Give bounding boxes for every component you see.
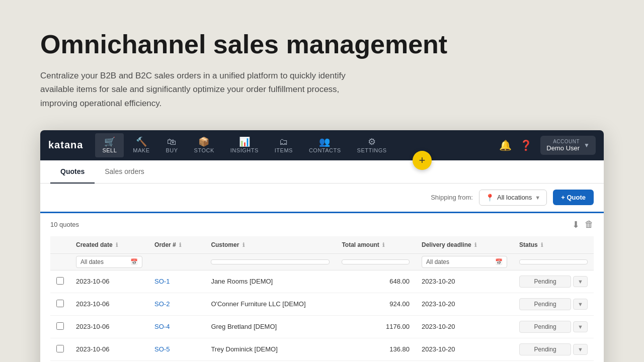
row-order[interactable]: SO-4 bbox=[148, 315, 205, 338]
delivery-filter-value: All dates bbox=[426, 258, 449, 265]
row-checkbox-cell[interactable] bbox=[50, 315, 70, 338]
delivery-date-filter[interactable]: All dates 📅 bbox=[422, 256, 507, 268]
status-dropdown-chevron-icon[interactable]: ▼ bbox=[573, 321, 588, 332]
amount-filter[interactable] bbox=[342, 259, 410, 264]
row-deadline: 2023-10-20 bbox=[416, 293, 513, 315]
make-icon: 🔨 bbox=[136, 137, 147, 146]
dropdown-chevron-icon: ▼ bbox=[535, 195, 540, 201]
order-link[interactable]: SO-5 bbox=[154, 345, 170, 353]
nav-item-items[interactable]: 🗂 ITEMS bbox=[268, 133, 300, 157]
table-body: 2023-10-06 SO-1 Jane Rooms [DEMO] 648.00… bbox=[50, 270, 594, 362]
status-dropdown-chevron-icon[interactable]: ▼ bbox=[573, 276, 588, 287]
row-customer: Jane Rooms [DEMO] bbox=[205, 270, 336, 293]
row-checkbox[interactable] bbox=[56, 277, 64, 285]
order-link[interactable]: SO-2 bbox=[154, 300, 170, 308]
row-customer: Trey Dominick [DEMO] bbox=[205, 338, 336, 360]
order-num-info-icon: ℹ bbox=[179, 242, 181, 248]
nav-label-settings: SETTINGS bbox=[357, 147, 387, 153]
row-order[interactable]: SO-5 bbox=[148, 338, 205, 360]
row-amount: 136.80 bbox=[336, 338, 416, 360]
notifications-icon[interactable]: 🔔 bbox=[499, 139, 512, 151]
table-header-row: 10 quotes ⬇ 🗑 bbox=[50, 213, 594, 236]
nav-label-items: ITEMS bbox=[275, 147, 293, 153]
nav-label-sell: SELL bbox=[102, 147, 117, 153]
nav-item-settings[interactable]: ⚙ SETTINGS bbox=[350, 133, 394, 157]
account-chevron-icon: ▼ bbox=[584, 142, 590, 149]
buy-icon: 🛍 bbox=[167, 137, 177, 146]
row-customer: Greg Bretland [DEMO] bbox=[205, 315, 336, 338]
delivery-filter-cell[interactable]: All dates 📅 bbox=[416, 253, 513, 270]
col-order-num: Order # ℹ bbox=[148, 236, 205, 254]
table-row[interactable]: 2023-10-06 SO-4 Greg Bretland [DEMO] 117… bbox=[50, 315, 594, 338]
col-customer: Customer ℹ bbox=[205, 236, 336, 254]
row-date: 2023-10-06 bbox=[70, 293, 148, 315]
items-icon: 🗂 bbox=[279, 137, 289, 146]
row-date: 2023-10-06 bbox=[70, 338, 148, 360]
status-cell: Pending ▼ bbox=[519, 276, 588, 288]
row-status: Pending ▼ bbox=[513, 315, 594, 338]
date-filter[interactable]: All dates 📅 bbox=[76, 256, 142, 268]
status-dropdown-chevron-icon[interactable]: ▼ bbox=[573, 344, 588, 355]
row-deadline: 2023-10-20 bbox=[416, 270, 513, 293]
row-checkbox-cell[interactable] bbox=[50, 270, 70, 293]
shipping-from-label: Shipping from: bbox=[431, 194, 473, 201]
download-icon[interactable]: ⬇ bbox=[572, 219, 580, 230]
page-subtitle: Centralize your B2B and B2C sales orders… bbox=[40, 69, 362, 110]
order-link[interactable]: SO-1 bbox=[154, 278, 170, 285]
row-checkbox[interactable] bbox=[56, 345, 64, 352]
row-checkbox[interactable] bbox=[56, 300, 64, 307]
nav-item-stock[interactable]: 📦 STOCK bbox=[187, 133, 221, 157]
location-dropdown[interactable]: 📍 All locations ▼ bbox=[479, 190, 547, 206]
account-button[interactable]: Account Demo User ▼ bbox=[540, 136, 596, 155]
tab-sales-orders[interactable]: Sales orders bbox=[95, 160, 154, 184]
row-checkbox-cell[interactable] bbox=[50, 338, 70, 360]
help-icon[interactable]: ❓ bbox=[520, 139, 532, 151]
nav-item-sell[interactable]: 🛒 SELL bbox=[95, 133, 124, 157]
tab-quotes[interactable]: Quotes bbox=[50, 160, 95, 184]
row-status: Pending ▼ bbox=[513, 338, 594, 360]
col-delivery-deadline: Delivery deadline ℹ bbox=[416, 236, 513, 254]
date-filter-cell[interactable]: All dates 📅 bbox=[70, 253, 148, 270]
top-nav: katana 🛒 SELL 🔨 MAKE 🛍 BUY 📦 STOCK 📊 INS… bbox=[40, 130, 604, 160]
nav-item-make[interactable]: 🔨 MAKE bbox=[126, 133, 156, 157]
nav-label-make: MAKE bbox=[133, 147, 149, 153]
order-filter-cell bbox=[148, 253, 205, 270]
location-value: All locations bbox=[497, 194, 532, 201]
account-name: Demo User bbox=[546, 144, 580, 152]
add-quote-button[interactable]: + Quote bbox=[553, 190, 594, 205]
delete-icon[interactable]: 🗑 bbox=[585, 219, 594, 230]
col-total-amount: Total amount ℹ bbox=[336, 236, 416, 254]
row-order[interactable]: SO-2 bbox=[148, 293, 205, 315]
filter-row: All dates 📅 All bbox=[50, 253, 594, 270]
insights-icon: 📊 bbox=[239, 137, 251, 146]
order-link[interactable]: SO-4 bbox=[154, 323, 170, 330]
row-checkbox-cell[interactable] bbox=[50, 293, 70, 315]
status-filter[interactable] bbox=[519, 259, 588, 264]
row-checkbox[interactable] bbox=[56, 322, 64, 330]
status-info-icon: ℹ bbox=[541, 242, 543, 248]
customer-filter[interactable] bbox=[211, 259, 330, 264]
settings-icon: ⚙ bbox=[368, 137, 376, 146]
table-row[interactable]: 2023-10-06 SO-1 Jane Rooms [DEMO] 648.00… bbox=[50, 270, 594, 293]
status-filter-cell bbox=[513, 253, 594, 270]
table-row[interactable]: 2023-10-06 SO-5 Trey Dominick [DEMO] 136… bbox=[50, 338, 594, 360]
row-date: 2023-10-06 bbox=[70, 270, 148, 293]
status-cell: Pending ▼ bbox=[519, 343, 588, 355]
row-deadline: 2023-10-20 bbox=[416, 315, 513, 338]
status-cell: Pending ▼ bbox=[519, 321, 588, 333]
checkbox-filter-cell bbox=[50, 253, 70, 270]
row-order[interactable]: SO-1 bbox=[148, 270, 205, 293]
amount-filter-cell bbox=[336, 253, 416, 270]
toolbar: Shipping from: 📍 All locations ▼ + Quote bbox=[40, 184, 604, 212]
nav-item-insights[interactable]: 📊 INSIGHTS bbox=[223, 133, 266, 157]
created-date-info-icon: ℹ bbox=[116, 242, 118, 248]
status-dropdown-chevron-icon[interactable]: ▼ bbox=[573, 299, 588, 310]
table-row[interactable]: 2023-10-06 SO-2 O'Conner Furniture LLC [… bbox=[50, 293, 594, 315]
checkbox-col-header bbox=[50, 236, 70, 254]
nav-item-contacts[interactable]: 👥 CONTACTS bbox=[302, 133, 348, 157]
row-amount: 648.00 bbox=[336, 270, 416, 293]
nav-item-buy[interactable]: 🛍 BUY bbox=[158, 133, 185, 157]
tabs-bar: Quotes Sales orders bbox=[40, 160, 604, 184]
account-label: Account bbox=[553, 139, 580, 144]
add-fab-button[interactable]: + bbox=[413, 151, 432, 170]
